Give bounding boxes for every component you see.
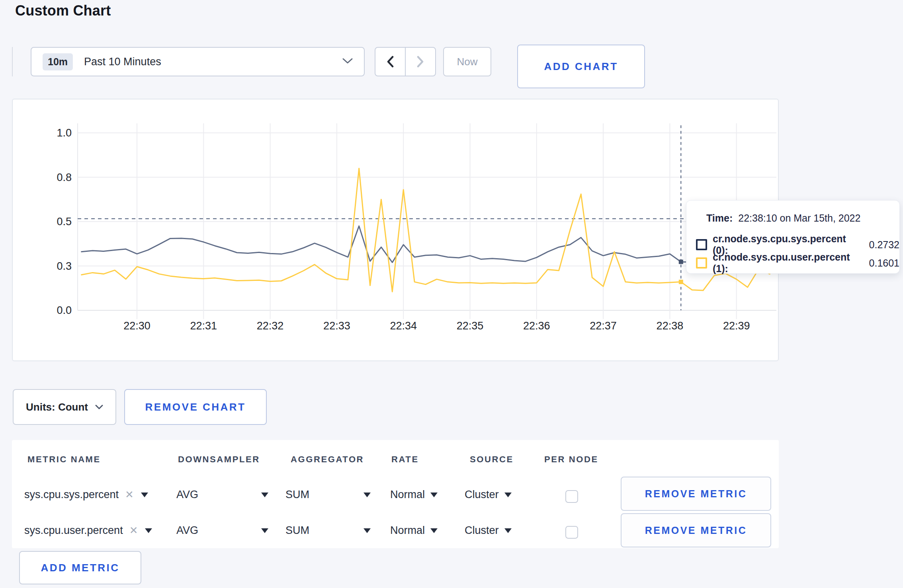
time-range-selector[interactable]: 10m Past 10 Minutes — [31, 47, 365, 76]
tooltip-time-value: 22:38:10 on Mar 15th, 2022 — [738, 212, 860, 224]
timeseries-chart[interactable]: 0.00.30.50.81.022:3022:3122:3222:3322:34… — [13, 99, 780, 362]
tooltip-time: Time:22:38:10 on Mar 15th, 2022 — [706, 212, 860, 224]
units-label: Units: Count — [26, 401, 88, 413]
page-title: Custom Chart — [15, 2, 111, 19]
tooltip-series-value: 0.1601 — [869, 257, 899, 269]
svg-text:22:38: 22:38 — [657, 320, 684, 332]
downsampler-select[interactable]: AVG — [176, 489, 268, 501]
caret-down-icon[interactable] — [145, 528, 152, 533]
aggregator-select[interactable]: SUM — [285, 489, 371, 501]
toolbar-divider — [12, 47, 13, 76]
col-header-downsampler: DOWNSAMPLER — [178, 454, 260, 465]
svg-text:22:37: 22:37 — [590, 320, 617, 332]
tooltip-series-user: cr.node.sys.cpu.user.percent (1): 0.1601 — [696, 251, 899, 275]
svg-text:22:39: 22:39 — [723, 320, 750, 332]
rate-select[interactable]: Normal — [390, 489, 438, 501]
rate-value: Normal — [390, 524, 425, 537]
time-range-badge: 10m — [43, 53, 73, 70]
user-series-swatch-icon — [696, 257, 707, 269]
svg-text:0.3: 0.3 — [57, 260, 72, 272]
custom-chart-page: Custom Chart 10m Past 10 Minutes Now ADD… — [0, 0, 903, 588]
rate-value: Normal — [390, 489, 425, 501]
source-select[interactable]: Cluster — [465, 524, 512, 537]
caret-down-icon — [261, 528, 268, 533]
col-header-rate: RATE — [391, 454, 419, 465]
time-pager — [375, 47, 436, 76]
col-header-aggregator: AGGREGATOR — [291, 454, 364, 465]
svg-text:22:31: 22:31 — [190, 320, 217, 332]
svg-text:22:32: 22:32 — [257, 320, 284, 332]
metric-name-value: sys.cpu.sys.percent — [24, 489, 119, 501]
svg-text:22:30: 22:30 — [123, 320, 150, 332]
prev-interval-button[interactable] — [375, 48, 406, 76]
metric-name-dropdown[interactable]: sys.cpu.sys.percent ✕ — [24, 489, 148, 501]
svg-text:22:36: 22:36 — [523, 320, 550, 332]
svg-text:0.0: 0.0 — [57, 304, 72, 316]
sys-series-swatch-icon — [696, 239, 707, 250]
source-value: Cluster — [465, 489, 499, 501]
time-range-label: Past 10 Minutes — [84, 56, 161, 68]
col-header-metric-name: METRIC NAME — [27, 454, 101, 465]
chevron-down-icon — [95, 405, 103, 410]
remove-metric-button[interactable]: REMOVE METRIC — [621, 477, 771, 511]
chart-tooltip: Time:22:38:10 on Mar 15th, 2022 cr.node.… — [686, 200, 900, 274]
svg-text:22:33: 22:33 — [323, 320, 350, 332]
source-select[interactable]: Cluster — [465, 489, 512, 501]
caret-down-icon — [504, 493, 512, 497]
aggregator-select[interactable]: SUM — [285, 524, 371, 537]
rate-select[interactable]: Normal — [390, 524, 438, 537]
chevron-down-icon — [342, 58, 353, 66]
units-dropdown[interactable]: Units: Count — [13, 389, 116, 425]
downsampler-value: AVG — [176, 489, 198, 501]
tooltip-series-label: cr.node.sys.cpu.user.percent (1): — [713, 251, 864, 275]
per-node-checkbox[interactable] — [565, 490, 578, 503]
aggregator-value: SUM — [285, 489, 309, 501]
per-node-checkbox[interactable] — [565, 526, 578, 539]
svg-text:1.0: 1.0 — [57, 127, 72, 139]
source-value: Cluster — [465, 524, 499, 537]
metric-name-value: sys.cpu.user.percent — [24, 524, 123, 537]
metric-name-dropdown[interactable]: sys.cpu.user.percent ✕ — [24, 524, 152, 537]
tooltip-time-label: Time: — [706, 212, 733, 224]
add-chart-button[interactable]: ADD CHART — [517, 45, 645, 88]
svg-text:0.8: 0.8 — [57, 171, 72, 183]
caret-down-icon — [504, 528, 512, 533]
clear-metric-icon[interactable]: ✕ — [129, 524, 138, 537]
aggregator-value: SUM — [285, 524, 309, 537]
downsampler-select[interactable]: AVG — [176, 524, 268, 537]
col-header-source: SOURCE — [470, 454, 514, 465]
remove-chart-button[interactable]: REMOVE CHART — [124, 389, 267, 425]
remove-metric-button[interactable]: REMOVE METRIC — [621, 513, 771, 547]
downsampler-value: AVG — [176, 524, 198, 537]
caret-down-icon — [430, 493, 438, 497]
caret-down-icon[interactable] — [141, 493, 148, 497]
caret-down-icon — [364, 528, 371, 533]
add-metric-button[interactable]: ADD METRIC — [19, 551, 141, 584]
caret-down-icon — [364, 493, 371, 497]
clear-metric-icon[interactable]: ✕ — [125, 489, 134, 501]
svg-text:0.5: 0.5 — [57, 216, 72, 228]
chart-card: 0.00.30.50.81.022:3022:3122:3222:3322:34… — [12, 99, 779, 361]
next-interval-button[interactable] — [406, 48, 435, 76]
col-header-per-node: PER NODE — [544, 454, 598, 465]
svg-text:22:35: 22:35 — [457, 320, 484, 332]
now-button[interactable]: Now — [443, 47, 491, 76]
svg-text:22:34: 22:34 — [390, 320, 417, 332]
caret-down-icon — [261, 493, 268, 497]
caret-down-icon — [430, 528, 438, 533]
tooltip-series-value: 0.2732 — [869, 239, 899, 251]
